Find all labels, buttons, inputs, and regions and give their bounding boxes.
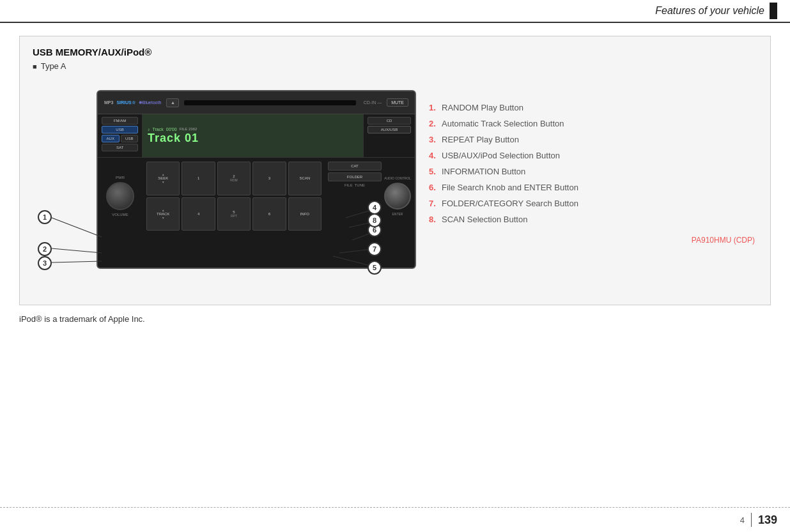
rpt-label: RPT [231,214,237,218]
cd-slot [184,100,355,105]
callout-5: 5 [368,261,382,275]
track-main: Track 01 [148,132,358,145]
num-3-button[interactable]: 3 [252,162,286,195]
radio-container: MP3 SIRIUS☆ ❋Bluetooth ▲ CD-IN — MUTE [33,77,403,294]
feature-num-2: 2. [429,119,439,128]
feature-num-7: 7. [429,199,439,208]
cat-button[interactable]: CAT [328,162,382,171]
main-content: USB MEMORY/AUX/iPod® Type A MP3 SIRIUS☆ … [0,23,790,330]
feature-num-6: 6. [429,183,439,192]
feature-item-4: 4. USB/AUX/iPod Selection Button [429,151,757,160]
feature-item-5: 5. INFORMATION Button [429,167,757,176]
callout-7: 7 [368,242,382,256]
feature-text-2: Automatic Track Selection Button [442,119,564,128]
eject-button[interactable]: ▲ [166,98,179,107]
file-search-knob[interactable] [384,183,411,209]
seek-down-icon: ▼ [162,180,165,184]
volume-label: VOLUME [112,213,128,217]
feature-text-6: File Search Knob and ENTER Button [442,183,578,192]
feature-item-8: 8. SCAN Selection Button [429,215,757,224]
radio-image: MP3 SIRIUS☆ ❋Bluetooth ▲ CD-IN — MUTE [97,90,416,269]
display-time: 00'00 [166,127,177,132]
part-number: PA910HMU (CDP) [429,231,757,246]
aux-button[interactable]: AUX [102,135,120,142]
track-label: Track [153,127,164,132]
callout-3: 3 [38,256,52,270]
callout-8: 8 [368,213,382,227]
sirius-logo: SIRIUS☆ [116,100,135,105]
feature-text-8: SCAN Selection Button [442,215,527,224]
tune-label-bottom: TUNE [355,183,365,187]
power-label: PWR [116,176,125,179]
section-title: USB MEMORY/AUX/iPod® [33,47,757,57]
feature-num-8: 8. [429,215,439,224]
feature-num-4: 4. [429,151,439,160]
fm-am-button[interactable]: FM/AM [102,117,138,125]
file-label-bottom: FILE [345,183,353,187]
svg-line-2 [52,261,102,262]
volume-knob[interactable] [106,182,134,210]
sat-button[interactable]: SAT [102,144,138,151]
feature-item-1: 1. RANDOM Play Button [429,103,757,112]
cd-button[interactable]: CD [368,117,411,125]
diagram-area: MP3 SIRIUS☆ ❋Bluetooth ▲ CD-IN — MUTE [33,77,757,294]
cd-in-label: CD-IN — [364,100,382,105]
feature-text-7: FOLDER/CATEGORY Search Button [442,199,578,208]
svg-line-1 [52,248,102,253]
track-down-icon: ▼ [162,216,165,220]
feature-text-5: INFORMATION Button [442,167,525,176]
header-accent [770,3,777,19]
num-4-button[interactable]: 4 [182,197,215,231]
content-box: USB MEMORY/AUX/iPod® Type A MP3 SIRIUS☆ … [19,36,771,305]
page-separator [751,513,752,527]
page-header: Features of your vehicle [0,0,790,23]
audio-control-label: AUDIO CONTROL [384,176,411,180]
file-label: FILE 2362 [180,127,198,131]
scan-button[interactable]: SCAN [288,162,321,195]
page-number-box: 4 139 [740,513,777,527]
feature-text-4: USB/AUX/iPod Selection Button [442,151,560,160]
aux-usb-button[interactable]: AUX/USB [368,126,411,133]
callout-4: 4 [368,201,382,215]
feature-num-1: 1. [429,103,439,112]
feature-item-2: 2. Automatic Track Selection Button [429,119,757,128]
rdm-label: RDM [230,178,237,182]
svg-line-0 [52,218,102,237]
feature-item-6: 6. File Search Knob and ENTER Button [429,183,757,192]
display-area: ♪ Track 00'00 FILE 2362 Track 01 [143,114,364,157]
info-button[interactable]: INFO [288,197,321,231]
mp3-logo: MP3 [104,100,113,105]
bluetooth-logo: ❋Bluetooth [139,100,162,105]
footnote: iPod® is a trademark of Apple Inc. [19,314,771,324]
feature-item-3: 3. REPEAT Play Button [429,135,757,144]
num-1-button[interactable]: 1 [182,162,215,195]
type-label: Type A [33,61,757,71]
features-list: 1. RANDOM Play Button 2. Automatic Track… [422,77,757,246]
enter-label: ENTER [392,212,403,216]
folder-button[interactable]: FOLDER [328,172,382,181]
feature-num-3: 3. [429,135,439,144]
feature-text-1: RANDOM Play Button [442,103,523,112]
num-2-button[interactable]: 2 RDM [217,162,251,195]
music-icon: ♪ [148,127,150,132]
callout-2: 2 [38,242,52,256]
num-6-button[interactable]: 6 [252,197,286,231]
feature-text-3: REPEAT Play Button [442,135,519,144]
num-5-button[interactable]: 5 RPT [217,197,251,231]
bottom-bar: 4 139 [0,507,790,532]
page-title: Features of your vehicle [655,5,764,17]
num-buttons-area: ▲ SEEK ▼ 1 2 RDM [143,158,325,234]
callout-1: 1 [38,210,52,224]
feature-item-7: 7. FOLDER/CATEGORY Search Button [429,199,757,208]
mute-button[interactable]: MUTE [387,98,408,107]
feature-num-5: 5. [429,167,439,176]
usb-label-small: USB [121,135,139,142]
usb-button[interactable]: USB [102,126,138,133]
page-number: 139 [758,513,777,527]
page-chapter: 4 [740,515,745,525]
